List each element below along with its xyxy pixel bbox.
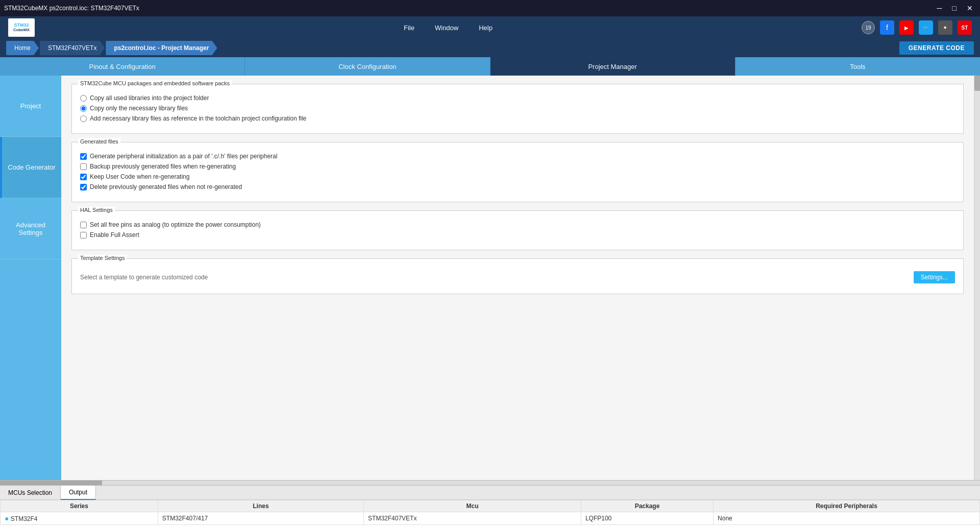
tab-tools[interactable]: Tools bbox=[736, 57, 980, 76]
sidebar-item-code-generator[interactable]: Code Generator bbox=[0, 137, 61, 198]
template-settings-title: Template Settings bbox=[78, 255, 127, 261]
logo-box: STM32 CubeMX bbox=[8, 18, 35, 37]
breadcrumb-project[interactable]: ps2control.ioc - Project Manager bbox=[106, 41, 217, 55]
checkbox-analog-pins[interactable]: Set all free pins as analog (to optimize… bbox=[80, 221, 955, 228]
main-layout: Project Code Generator Advanced Settings… bbox=[0, 76, 980, 480]
checkbox-pair-files-label: Generate peripheral initialization as a … bbox=[90, 153, 277, 160]
social-icons: 19 f ▶ 🐦 ✦ ST bbox=[862, 20, 972, 35]
tab-clock[interactable]: Clock Configuration bbox=[245, 57, 490, 76]
checkbox-backup-label: Backup previously generated files when r… bbox=[90, 163, 236, 170]
sidebar-item-advanced-settings[interactable]: Advanced Settings bbox=[0, 198, 61, 259]
st-icon[interactable]: ST bbox=[958, 20, 972, 35]
radio-copy-all[interactable]: Copy all used libraries into the project… bbox=[80, 94, 955, 102]
scrollbar-thumb[interactable] bbox=[974, 76, 980, 91]
checkbox-pair-files[interactable]: Generate peripheral initialization as a … bbox=[80, 153, 955, 160]
col-mcu: Mcu bbox=[364, 500, 581, 512]
checkbox-full-assert-input[interactable] bbox=[80, 232, 87, 238]
close-button[interactable]: ✕ bbox=[964, 4, 976, 12]
template-settings-button[interactable]: Settings... bbox=[914, 271, 955, 283]
window-controls: ─ □ ✕ bbox=[934, 4, 976, 12]
checkbox-keep-user-code[interactable]: Keep User Code when re-generating bbox=[80, 173, 955, 180]
cell-lines: STM32F407/417 bbox=[158, 512, 363, 525]
checkbox-delete-files-input[interactable] bbox=[80, 184, 87, 190]
checkbox-keep-user-code-input[interactable] bbox=[80, 174, 87, 180]
bottom-tab-mcus-selection[interactable]: MCUs Selection bbox=[0, 486, 61, 500]
menu-help[interactable]: Help bbox=[479, 24, 493, 32]
minimize-button[interactable]: ─ bbox=[934, 4, 945, 12]
checkbox-full-assert[interactable]: Enable Full Assert bbox=[80, 231, 955, 238]
menu-window[interactable]: Window bbox=[435, 24, 458, 32]
radio-copy-necessary-label: Copy only the necessary library files bbox=[90, 105, 188, 112]
facebook-icon[interactable]: f bbox=[880, 20, 894, 35]
output-table: Series Lines Mcu Package Required Periph… bbox=[0, 500, 980, 525]
checkbox-analog-pins-label: Set all free pins as analog (to optimize… bbox=[90, 221, 261, 228]
window-title: STM32CubeMX ps2control.ioc: STM32F407VET… bbox=[4, 5, 139, 12]
col-lines: Lines bbox=[158, 500, 363, 512]
mcu-packages-title: STM32Cube MCU packages and embedded soft… bbox=[78, 80, 232, 86]
cell-series: STM32F4 bbox=[11, 515, 38, 522]
checkbox-backup-input[interactable] bbox=[80, 163, 87, 170]
breadcrumb-home[interactable]: Home bbox=[6, 41, 39, 55]
generate-code-button[interactable]: GENERATE CODE bbox=[899, 41, 974, 55]
radio-copy-necessary[interactable]: Copy only the necessary library files bbox=[80, 105, 955, 112]
sidebar-item-project[interactable]: Project bbox=[0, 76, 61, 137]
tab-bar: Pinout & Configuration Clock Configurati… bbox=[0, 57, 980, 76]
checkbox-delete-files[interactable]: Delete previously generated files when n… bbox=[80, 183, 955, 190]
radio-add-reference[interactable]: Add necessary library files as reference… bbox=[80, 115, 955, 122]
breadcrumb: Home STM32F407VETx ps2control.ioc - Proj… bbox=[0, 39, 980, 57]
horizontal-scrollbar[interactable] bbox=[0, 480, 980, 485]
menu-file[interactable]: File bbox=[404, 24, 414, 32]
youtube-icon[interactable]: ▶ bbox=[899, 20, 914, 35]
sidebar: Project Code Generator Advanced Settings bbox=[0, 76, 61, 480]
col-package: Package bbox=[581, 500, 713, 512]
col-series: Series bbox=[1, 500, 158, 512]
template-placeholder-text: Select a template to generate customized… bbox=[80, 274, 208, 281]
col-peripherals: Required Peripherals bbox=[714, 500, 980, 512]
row-indicator: ● bbox=[5, 514, 9, 522]
maximize-button[interactable]: □ bbox=[949, 4, 960, 12]
cell-package: LQFP100 bbox=[581, 512, 713, 525]
radio-copy-all-label: Copy all used libraries into the project… bbox=[90, 94, 209, 102]
table-row: ● STM32F4 STM32F407/417 STM32F407VETx LQ… bbox=[1, 512, 980, 525]
version-badge: 19 bbox=[862, 21, 875, 34]
breadcrumb-mcu[interactable]: STM32F407VETx bbox=[40, 41, 105, 55]
content-area: STM32Cube MCU packages and embedded soft… bbox=[61, 76, 974, 480]
network-icon[interactable]: ✦ bbox=[938, 20, 952, 35]
generated-files-title: Generated files bbox=[78, 138, 120, 145]
hal-settings-title: HAL Settings bbox=[78, 207, 115, 213]
checkbox-keep-user-code-label: Keep User Code when re-generating bbox=[90, 173, 189, 180]
bottom-tab-output[interactable]: Output bbox=[61, 486, 96, 500]
menu-bar: STM32 CubeMX File Window Help 19 f ▶ 🐦 ✦… bbox=[0, 16, 980, 39]
twitter-icon[interactable]: 🐦 bbox=[919, 20, 933, 35]
menu-items: File Window Help bbox=[404, 24, 493, 32]
checkbox-pair-files-input[interactable] bbox=[80, 153, 87, 160]
tab-project-manager[interactable]: Project Manager bbox=[491, 57, 736, 76]
cell-peripherals: None bbox=[714, 512, 980, 525]
checkbox-delete-files-label: Delete previously generated files when n… bbox=[90, 183, 242, 190]
logo-area: STM32 CubeMX bbox=[8, 18, 35, 37]
checkbox-analog-pins-input[interactable] bbox=[80, 222, 87, 228]
title-bar: STM32CubeMX ps2control.ioc: STM32F407VET… bbox=[0, 0, 980, 16]
generated-files-group: Generated files Generate peripheral init… bbox=[71, 142, 964, 202]
cell-mcu: STM32F407VETx bbox=[364, 512, 581, 525]
hal-settings-group: HAL Settings Set all free pins as analog… bbox=[71, 210, 964, 250]
right-scrollbar[interactable] bbox=[974, 76, 980, 480]
radio-add-reference-input[interactable] bbox=[80, 115, 87, 122]
radio-copy-necessary-input[interactable] bbox=[80, 105, 87, 112]
radio-add-reference-label: Add necessary library files as reference… bbox=[90, 115, 306, 122]
mcu-packages-group: STM32Cube MCU packages and embedded soft… bbox=[71, 84, 964, 134]
output-table-area: Series Lines Mcu Package Required Periph… bbox=[0, 499, 980, 526]
template-settings-group: Template Settings Select a template to g… bbox=[71, 258, 964, 294]
tab-pinout[interactable]: Pinout & Configuration bbox=[0, 57, 245, 76]
checkbox-backup[interactable]: Backup previously generated files when r… bbox=[80, 163, 955, 170]
bottom-tab-bar: MCUs Selection Output bbox=[0, 485, 980, 499]
checkbox-full-assert-label: Enable Full Assert bbox=[90, 231, 139, 238]
logo-text: STM32 CubeMX bbox=[13, 23, 30, 33]
radio-copy-all-input[interactable] bbox=[80, 95, 87, 102]
